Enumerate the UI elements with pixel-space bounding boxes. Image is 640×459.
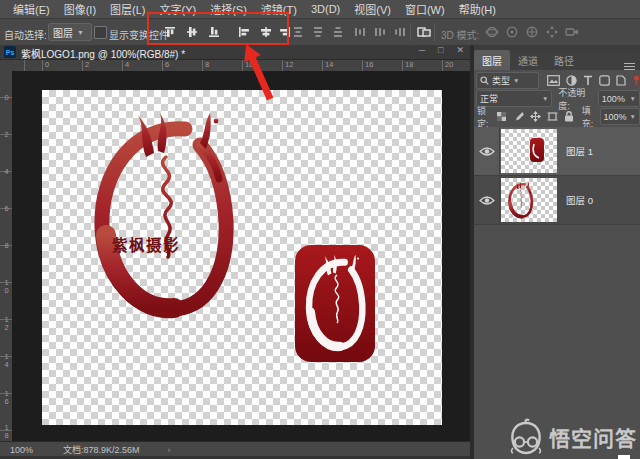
ruler-label: 12 (285, 60, 293, 69)
lock-artboard-button[interactable] (547, 111, 558, 122)
ruler-label: 4 (2, 167, 11, 175)
distribute-right-icon (394, 26, 406, 38)
chevron-down-icon: ▼ (630, 95, 636, 102)
fill-field[interactable]: 100% ▼ (600, 108, 640, 125)
distribute-horizontal-centers-button[interactable] (370, 23, 389, 41)
ps-file-icon: Ps (4, 46, 16, 58)
layers-panel: 图层 通道 路径 类型 ▼ (474, 45, 640, 459)
auto-select-label: 自动选择: (4, 27, 47, 42)
eye-icon (479, 195, 495, 206)
ruler-label: 6 (2, 204, 11, 212)
layer-name[interactable]: 图层 0 (566, 193, 593, 207)
tab-layers[interactable]: 图层 (474, 50, 510, 70)
minimize-icon[interactable]: ─ (419, 45, 425, 55)
ruler-label: 0 (45, 60, 49, 69)
distribute-vcenter-icon (312, 26, 324, 38)
menu-item-help[interactable]: 帮助(H) (452, 1, 503, 17)
close-icon[interactable]: ✕ (456, 45, 464, 55)
photoshop-window: 编辑(E) 图像(I) 图层(L) 文字(Y) 选择(S) 滤镜(T) 3D(D… (0, 0, 640, 459)
status-expand-chevron[interactable]: › (168, 445, 171, 455)
chevron-down-icon: ▼ (513, 77, 519, 84)
menu-item-edit[interactable]: 编辑(E) (6, 1, 57, 17)
canvas[interactable]: 紫枫摄影 (42, 90, 442, 425)
distribute-bottom-edges-button[interactable] (328, 23, 347, 41)
ruler-label: 10 (2, 278, 11, 294)
ruler-label: 18 (405, 60, 413, 69)
document-tab-title[interactable]: 紫枫LOGO1.png @ 100%(RGB/8#) * (21, 46, 185, 61)
filter-pixel-layers-button[interactable] (547, 75, 560, 86)
menu-item-3d[interactable]: 3D(D) (304, 3, 347, 15)
distribute-left-edges-button[interactable] (350, 23, 369, 41)
distribute-right-edges-button[interactable] (390, 23, 409, 41)
filter-adjustment-layers-button[interactable] (566, 75, 577, 86)
menu-item-image[interactable]: 图像(I) (57, 1, 103, 17)
annotation-highlight-box (147, 12, 289, 45)
opacity-field[interactable]: 100% ▼ (598, 90, 640, 107)
lock-position-button[interactable] (530, 111, 541, 122)
lock-icon (564, 111, 574, 122)
filter-type-value: 类型 (492, 74, 510, 87)
3d-pan-button[interactable] (522, 23, 541, 41)
3d-roll-button[interactable] (502, 23, 521, 41)
blend-mode-row: 正常 ▼ 不透明度: 100% ▼ (474, 90, 640, 107)
canvas-workspace: 紫枫摄影 (12, 71, 470, 441)
zifeng-logo-artwork: 紫枫摄影 (88, 105, 238, 325)
layer-row-1[interactable]: 图层 1 (474, 127, 640, 176)
filter-type-dropdown[interactable]: 类型 ▼ (476, 72, 539, 89)
lock-transparency-button[interactable] (496, 111, 507, 122)
layer-thumbnail[interactable] (501, 178, 557, 222)
3d-rotate-icon (485, 25, 499, 39)
distribute-hcenter-icon (374, 26, 386, 38)
auto-select-mode-dropdown[interactable]: 图层 ▼ (48, 23, 92, 41)
ruler-label: 14 (2, 352, 11, 368)
filter-shape-layers-button[interactable] (599, 75, 610, 86)
lock-pixels-button[interactable] (513, 111, 524, 122)
ruler-label: 4 (125, 60, 129, 69)
tab-paths[interactable]: 路径 (546, 50, 582, 70)
panel-tab-bar: 图层 通道 路径 (474, 52, 640, 70)
brush-icon (513, 111, 524, 122)
show-transform-checkbox[interactable] (94, 26, 107, 39)
restore-icon[interactable]: □ (438, 45, 443, 55)
layer-row-0[interactable]: 图层 0 (474, 176, 640, 225)
filter-type-layers-button[interactable] (583, 75, 593, 86)
visibility-cell[interactable] (474, 176, 500, 224)
menu-item-view[interactable]: 视图(V) (347, 1, 398, 17)
layer-thumbnail[interactable] (501, 129, 557, 173)
distribute-top-edges-button[interactable] (288, 23, 307, 41)
checkerboard-icon (496, 111, 507, 122)
tab-channels[interactable]: 通道 (510, 50, 546, 70)
3d-rotate-button[interactable] (482, 23, 501, 41)
menu-item-layer[interactable]: 图层(L) (103, 1, 152, 17)
search-icon (480, 76, 489, 85)
3d-roll-icon (505, 25, 519, 39)
auto-align-icon (417, 26, 431, 38)
filter-toggle-pin[interactable] (633, 75, 640, 86)
chevron-down-icon: ▼ (77, 29, 84, 36)
panel-menu-icon[interactable] (623, 62, 636, 71)
document-size-info: 文档:878.9K/2.56M (63, 443, 140, 456)
ruler-label: 2 (2, 130, 11, 138)
visibility-cell[interactable] (474, 127, 500, 175)
menu-bar: 编辑(E) 图像(I) 图层(L) 文字(Y) 选择(S) 滤镜(T) 3D(D… (0, 0, 640, 19)
lock-all-button[interactable] (564, 111, 574, 122)
auto-align-layers-button[interactable] (414, 23, 433, 41)
distribute-vertical-centers-button[interactable] (308, 23, 327, 41)
lock-label: 锁定: (477, 104, 492, 130)
3d-slide-button[interactable] (542, 23, 561, 41)
filter-smart-objects-button[interactable] (616, 75, 626, 86)
options-separator (410, 23, 411, 41)
opacity-value: 100% (602, 94, 625, 104)
menu-item-window[interactable]: 窗口(W) (398, 1, 452, 17)
distribute-top-icon (292, 26, 304, 38)
status-bar: 100% 文档:878.9K/2.56M › (0, 441, 470, 457)
zoom-level-field[interactable]: 100% (10, 445, 33, 455)
wukong-monkey-icon (508, 418, 544, 456)
3d-camera-button[interactable] (562, 23, 581, 41)
watermark: 悟空问答 (508, 418, 637, 456)
layer-name[interactable]: 图层 1 (566, 144, 593, 158)
eye-icon (479, 146, 495, 157)
watermark-corner-mark (618, 455, 630, 459)
chevron-down-icon: ▼ (630, 113, 636, 120)
three-d-mode-label: 3D 模式: (441, 27, 479, 42)
